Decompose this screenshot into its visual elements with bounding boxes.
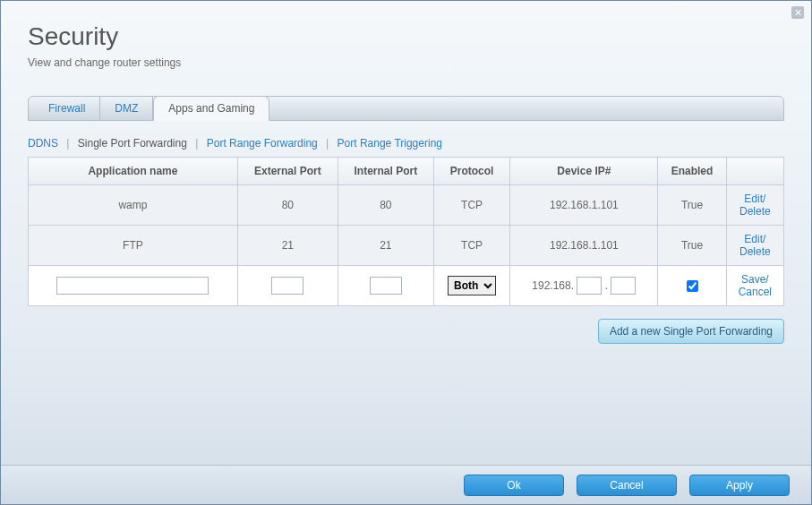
tab-dmz[interactable]: DMZ <box>100 97 153 120</box>
cell-enabled: True <box>658 226 726 266</box>
delete-link[interactable]: Delete <box>732 245 778 258</box>
separator: | <box>195 137 198 150</box>
cell-ext: 80 <box>237 185 338 226</box>
ok-button[interactable]: Ok <box>464 475 564 496</box>
col-protocol: Protocol <box>433 158 510 185</box>
delete-link[interactable]: Delete <box>732 205 778 218</box>
cancel-button[interactable]: Cancel <box>577 475 677 496</box>
col-internal-port: Internal Port <box>338 158 433 185</box>
enabled-checkbox[interactable] <box>687 280 698 292</box>
cell-ip: 192.168.1.101 <box>510 226 658 266</box>
add-row-area: Add a new Single Port Forwarding <box>28 319 784 344</box>
edit-link[interactable]: Edit/ <box>732 193 778 205</box>
close-icon[interactable]: ✕ <box>791 6 804 19</box>
separator: | <box>66 137 69 150</box>
subnav-single-port-forwarding[interactable]: Single Port Forwarding <box>78 137 187 150</box>
header: Security View and change router settings <box>1 1 811 78</box>
port-forwarding-table: Application name External Port Internal … <box>28 157 784 306</box>
col-actions <box>726 158 783 185</box>
row-edit-delete[interactable]: Edit/ Delete <box>732 233 778 258</box>
cell-proto: TCP <box>433 185 510 226</box>
tab-bar: Firewall DMZ Apps and Gaming <box>28 96 784 121</box>
cell-proto: TCP <box>433 226 510 266</box>
cell-app: FTP <box>29 226 238 266</box>
add-single-port-forwarding-button[interactable]: Add a new Single Port Forwarding <box>598 319 784 344</box>
external-port-input[interactable] <box>271 277 303 295</box>
ip-prefix: 192.168. <box>532 279 574 292</box>
edit-link[interactable]: Edit/ <box>732 233 778 245</box>
tab-firewall[interactable]: Firewall <box>34 97 100 120</box>
ip-octet-4-input[interactable] <box>611 277 636 295</box>
subnav-ddns[interactable]: DDNS <box>28 137 58 150</box>
application-name-input[interactable] <box>56 277 209 295</box>
col-enabled: Enabled <box>658 158 726 185</box>
internal-port-input[interactable] <box>370 277 402 295</box>
footer: Ok Cancel Apply <box>1 465 811 504</box>
cell-ext: 21 <box>237 226 338 266</box>
row-save-cancel[interactable]: Save/ Cancel <box>732 273 778 298</box>
security-panel: ✕ Security View and change router settin… <box>0 0 812 505</box>
save-link[interactable]: Save/ <box>732 273 778 286</box>
cancel-link[interactable]: Cancel <box>732 286 778 298</box>
ip-octet-3-input[interactable] <box>577 277 602 295</box>
ip-dot: . <box>605 279 608 292</box>
cell-ip: 192.168.1.101 <box>510 185 658 226</box>
tab-apps-and-gaming[interactable]: Apps and Gaming <box>153 96 269 121</box>
cell-int: 80 <box>338 185 433 226</box>
page-subtitle: View and change router settings <box>28 56 784 69</box>
cell-app: wamp <box>29 185 238 226</box>
cell-enabled: True <box>658 185 726 226</box>
protocol-select[interactable]: Both TCP UDP <box>448 276 496 295</box>
subnav-port-range-forwarding[interactable]: Port Range Forwarding <box>207 137 318 150</box>
col-external-port: External Port <box>237 158 338 185</box>
page-title: Security <box>28 22 784 51</box>
table-row: wamp 80 80 TCP 192.168.1.101 True Edit/ … <box>29 185 784 226</box>
col-application-name: Application name <box>29 158 238 185</box>
subnav-port-range-triggering[interactable]: Port Range Triggering <box>338 137 442 150</box>
sub-nav: DDNS | Single Port Forwarding | Port Ran… <box>28 137 784 150</box>
apply-button[interactable]: Apply <box>689 475 790 496</box>
col-device-ip: Device IP# <box>510 158 658 185</box>
separator: | <box>326 137 329 150</box>
table-edit-row: Both TCP UDP 192.168. . Save/ Cancel <box>29 266 784 306</box>
row-edit-delete[interactable]: Edit/ Delete <box>732 193 778 218</box>
table-row: FTP 21 21 TCP 192.168.1.101 True Edit/ D… <box>29 226 784 266</box>
cell-int: 21 <box>338 226 433 266</box>
